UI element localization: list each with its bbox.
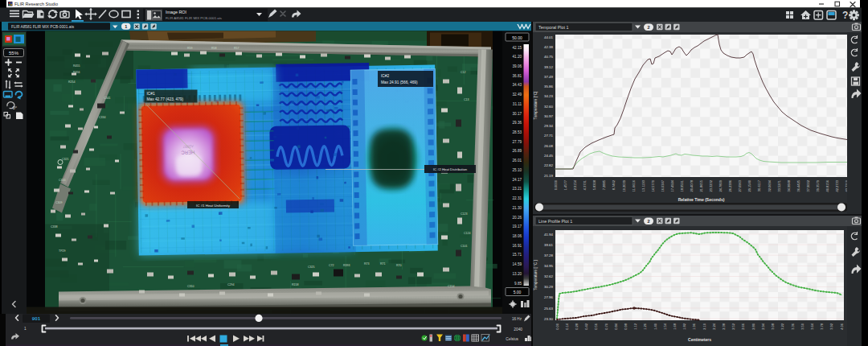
svg-text:39.61: 39.61: [544, 243, 554, 247]
svg-text:Centimeters: Centimeters: [688, 337, 711, 342]
svg-text:8.7462: 8.7462: [612, 179, 616, 190]
svg-text:FLIR Research Studio: FLIR Research Studio: [14, 2, 58, 6]
svg-text:0.14: 0.14: [565, 323, 569, 330]
svg-text:901: 901: [32, 315, 41, 321]
svg-text:22.31: 22.31: [513, 196, 522, 200]
svg-text:34.23: 34.23: [544, 94, 554, 98]
svg-text:0.00: 0.00: [555, 323, 559, 330]
svg-text:FLIR A8581 FLIR MIX PCB-0001.a: FLIR A8581 FLIR MIX PCB-0001.ats: [166, 16, 222, 20]
svg-text:2.10: 2.10: [702, 323, 706, 330]
svg-text:13.20: 13.20: [513, 272, 522, 276]
svg-text:0.56: 0.56: [594, 323, 598, 330]
svg-text:32.49: 32.49: [513, 93, 522, 97]
svg-text:IC#2: IC#2: [381, 74, 389, 78]
svg-text:32.60: 32.60: [544, 105, 554, 109]
svg-text:?: ?: [842, 10, 848, 21]
svg-text:34.43: 34.43: [513, 83, 522, 87]
svg-text:21.30: 21.30: [513, 206, 522, 210]
svg-text:Line Profile Plot 1: Line Profile Plot 1: [538, 219, 572, 224]
svg-text:32.0694: 32.0694: [768, 179, 772, 192]
svg-text:25.63: 25.63: [544, 307, 554, 311]
svg-text:C334: C334: [99, 116, 106, 119]
svg-text:18.9501: 18.9501: [680, 179, 684, 192]
svg-text:R57: R57: [234, 47, 240, 50]
svg-text:1: 1: [24, 327, 27, 331]
svg-text:R455: R455: [73, 64, 80, 68]
svg-text:41.20: 41.20: [513, 55, 522, 59]
svg-text:14.59: 14.59: [513, 262, 522, 266]
svg-text:2.24: 2.24: [712, 323, 716, 330]
svg-text:3.50: 3.50: [800, 323, 805, 330]
svg-text:R393: R393: [343, 264, 350, 267]
svg-text:34.95: 34.95: [544, 264, 554, 268]
svg-text:27.6963: 27.6963: [738, 179, 742, 192]
svg-text:Temperature [°C]: Temperature [°C]: [534, 92, 538, 120]
svg-text:Relative Time (Seconds): Relative Time (Seconds): [678, 197, 725, 202]
svg-text:Max 42.77 (423, 479): Max 42.77 (423, 479): [147, 97, 184, 101]
svg-text:C341: C341: [104, 97, 111, 100]
svg-text:3.64: 3.64: [810, 323, 814, 330]
svg-text:C12: C12: [461, 71, 466, 74]
svg-text:R59: R59: [187, 47, 193, 50]
svg-text:4.3731: 4.3731: [583, 179, 587, 190]
svg-text:25.10: 25.10: [513, 168, 522, 172]
svg-text:C13: C13: [464, 98, 469, 101]
svg-text:26.08: 26.08: [544, 144, 554, 148]
svg-text:Temperature [ °C ]: Temperature [ °C ]: [534, 260, 538, 290]
svg-text:35.86: 35.86: [544, 84, 554, 89]
svg-text:20.26: 20.26: [513, 216, 522, 220]
svg-text:R70: R70: [396, 264, 402, 267]
svg-text:2: 2: [647, 219, 649, 224]
svg-text:16.91: 16.91: [513, 244, 522, 248]
svg-text:40.75: 40.75: [544, 55, 554, 59]
svg-text:10.2039: 10.2039: [622, 179, 626, 192]
svg-text:28.53: 28.53: [513, 130, 522, 134]
svg-text:C124: C124: [464, 232, 471, 235]
svg-text:2.80: 2.80: [751, 323, 755, 330]
svg-text:14.5770: 14.5770: [651, 179, 655, 192]
svg-text:24.45: 24.45: [544, 154, 554, 158]
svg-text:1.4577: 1.4577: [563, 179, 567, 190]
svg-text:15.71: 15.71: [513, 253, 522, 257]
svg-text:C338: C338: [51, 225, 58, 229]
svg-text:0.84: 0.84: [614, 323, 618, 330]
svg-text:3.22: 3.22: [780, 323, 784, 330]
svg-text:Image ROI: Image ROI: [166, 10, 186, 14]
svg-text:29.34: 29.34: [544, 124, 554, 128]
svg-text:1.54: 1.54: [663, 323, 667, 330]
svg-text:26.01: 26.01: [513, 159, 522, 163]
svg-text:37.49: 37.49: [544, 75, 554, 79]
svg-text:42.15: 42.15: [513, 46, 522, 50]
svg-text:5.8308: 5.8308: [592, 179, 596, 190]
svg-text:22.82: 22.82: [544, 163, 554, 167]
svg-text:R254: R254: [68, 80, 76, 84]
svg-text:7.2885: 7.2885: [602, 179, 606, 190]
svg-text:26.2386: 26.2386: [728, 179, 732, 192]
svg-text:R73: R73: [364, 262, 370, 266]
svg-text:1.68: 1.68: [673, 323, 677, 330]
svg-text:39.3579: 39.3579: [816, 179, 820, 192]
svg-text:26.89: 26.89: [513, 149, 522, 153]
svg-text:27.71: 27.71: [544, 134, 554, 138]
svg-text:13.1193: 13.1193: [641, 179, 645, 192]
svg-text:3.08: 3.08: [771, 323, 775, 330]
svg-text:21.19: 21.19: [544, 174, 554, 178]
svg-text:50.00: 50.00: [512, 35, 522, 40]
svg-text:2.9154: 2.9154: [573, 179, 577, 190]
svg-text:2.94: 2.94: [761, 323, 765, 330]
svg-text:2.66: 2.66: [741, 323, 745, 330]
svg-text:Temporal Plot 1: Temporal Plot 1: [538, 25, 568, 30]
svg-text:34.9848: 34.9848: [787, 179, 791, 192]
svg-text:IC #2 Heat Distribution: IC #2 Heat Distribution: [433, 167, 468, 171]
svg-text:C154: C154: [448, 285, 455, 288]
svg-text:HERC: HERC: [181, 150, 195, 154]
svg-text:0.42: 0.42: [584, 323, 588, 330]
svg-text:TP29: TP29: [59, 249, 66, 253]
svg-text:32.62: 32.62: [544, 274, 554, 278]
svg-text:39.12: 39.12: [544, 65, 554, 69]
svg-text:24.17: 24.17: [513, 178, 522, 182]
svg-text:C123: C123: [461, 212, 468, 216]
svg-text:11.6616: 11.6616: [632, 179, 636, 192]
svg-text:IC #1 Heat Uniformity: IC #1 Heat Uniformity: [196, 204, 231, 208]
svg-text:20.4078: 20.4078: [690, 179, 694, 192]
